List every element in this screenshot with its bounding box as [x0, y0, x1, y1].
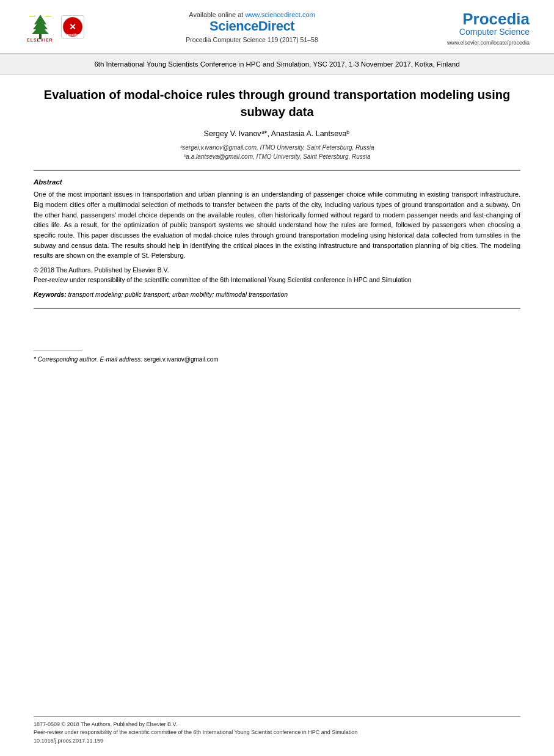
footnote-area: * Corresponding author. E-mail address: …: [0, 344, 554, 369]
sciencedirect-title: ScienceDirect: [97, 18, 407, 34]
divider-top: [34, 170, 520, 171]
paper-title: Evaluation of modal-choice rules through…: [34, 86, 520, 120]
keywords-text: Keywords: transport modeling; public tra…: [34, 290, 520, 300]
journal-info: Procedia Computer Science 119 (2017) 51–…: [97, 36, 407, 43]
page: ELSEVIER ✕ CrossMark Available online at…: [0, 0, 554, 756]
peer-review-line: Peer-review under responsibility of the …: [34, 275, 520, 285]
header-left: ELSEVIER ✕ CrossMark: [24, 11, 84, 43]
copyright-text: © 2018 The Authors. Published by Elsevie…: [34, 266, 520, 285]
svg-rect-6: [45, 16, 51, 16]
main-content: Evaluation of modal-choice rules through…: [0, 75, 554, 326]
affiliations: ᵃsergei.v.ivanov@gmail.com, ITMO Univers…: [34, 143, 520, 161]
keywords-label: Keywords:: [34, 291, 67, 298]
svg-text:CrossMark: CrossMark: [65, 33, 81, 37]
footnote-email: sergei.v.ivanov@gmail.com: [144, 356, 219, 363]
keywords-values: transport modeling; public transport; ur…: [68, 291, 288, 298]
affiliation-b: ᵇa.a.lantseva@gmail.com, ITMO University…: [34, 152, 520, 161]
sciencedirect-link[interactable]: www.sciencedirect.com: [245, 11, 315, 18]
footnote-text: * Corresponding author. E-mail address: …: [34, 356, 520, 363]
svg-rect-5: [29, 16, 35, 16]
header-center: Available online at www.sciencedirect.co…: [84, 11, 420, 43]
header-right: Procedia Computer Science www.elsevier.c…: [420, 11, 530, 46]
copyright-line: © 2018 The Authors. Published by Elsevie…: [34, 266, 520, 275]
available-online-text: Available online at www.sciencedirect.co…: [97, 11, 407, 18]
crossmark-icon: ✕ CrossMark: [61, 15, 84, 38]
header: ELSEVIER ✕ CrossMark Available online at…: [0, 0, 554, 54]
footnote-line: [34, 351, 82, 351]
abstract-heading: Abstract: [34, 178, 520, 186]
affiliation-a: ᵃsergei.v.ivanov@gmail.com, ITMO Univers…: [34, 143, 520, 152]
elsevier-logo: ELSEVIER ✕ CrossMark: [24, 11, 84, 43]
footer-doi: 10.1016/j.procs.2017.11.159: [34, 737, 520, 746]
footer-peer-review: Peer-review under responsibility of the …: [34, 729, 520, 737]
svg-text:✕: ✕: [69, 22, 76, 32]
footnote-star: * Corresponding author.: [34, 356, 98, 363]
abstract-text: One of the most important issues in tran…: [34, 189, 520, 261]
conference-text: 6th International Young Scientists Confe…: [94, 60, 459, 68]
elsevier-url: www.elsevier.com/locate/procedia: [420, 40, 530, 46]
footnote-email-label: E-mail address:: [100, 356, 142, 363]
footer-issn: 1877-0509 © 2018 The Authors. Published …: [34, 721, 520, 729]
svg-text:ELSEVIER: ELSEVIER: [27, 38, 53, 42]
procedia-title: Procedia: [420, 11, 530, 27]
authors: Sergey V. Ivanovᵃ*, Anastasia A. Lantsev…: [34, 129, 520, 138]
divider-bottom: [34, 308, 520, 309]
abstract-section: Abstract One of the most important issue…: [34, 178, 520, 261]
conference-banner: 6th International Young Scientists Confe…: [0, 54, 554, 75]
procedia-subtitle: Computer Science: [420, 27, 530, 37]
elsevier-tree-icon: ELSEVIER: [24, 11, 56, 43]
bottom-footer: 1877-0509 © 2018 The Authors. Published …: [34, 716, 520, 746]
